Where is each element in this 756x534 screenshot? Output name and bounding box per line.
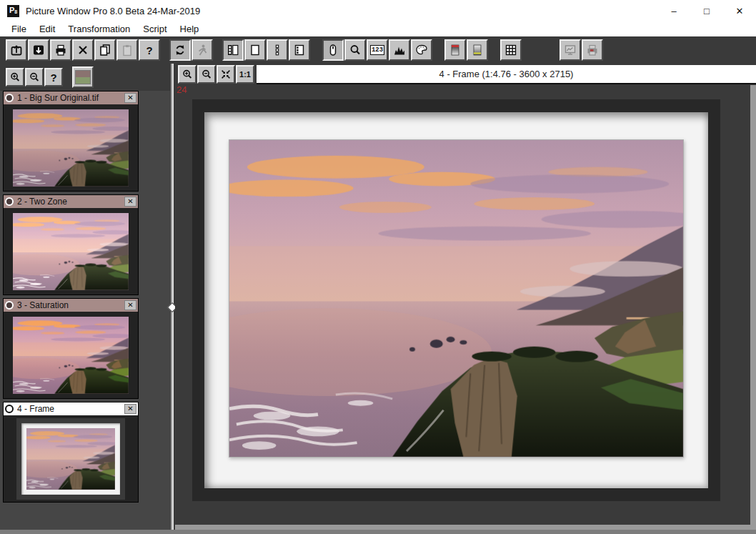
open-button[interactable] xyxy=(6,39,27,61)
grid-button[interactable] xyxy=(500,39,522,61)
thumbnail-close-button-1[interactable]: ✕ xyxy=(124,93,136,103)
copy-button[interactable] xyxy=(94,39,116,61)
sidebar-zoom-in-button[interactable] xyxy=(6,68,24,86)
filmstrip-view-icon xyxy=(226,43,240,57)
thumbnail-title-4: 4 - Frame xyxy=(14,404,124,414)
color-swatch-icon xyxy=(75,70,91,84)
save-button[interactable] xyxy=(28,39,49,61)
refresh-icon xyxy=(173,43,187,57)
thumbnail-window-3[interactable]: 3 - Saturation ✕ xyxy=(3,298,139,399)
mouse-readout-button[interactable] xyxy=(322,39,344,61)
window-title: Picture Window Pro 8.0 Beta 24-Mar-2019 xyxy=(26,6,200,16)
view-zoom-in-button[interactable] xyxy=(178,65,197,84)
refresh-button[interactable] xyxy=(169,39,191,61)
view-zoom-out-button[interactable] xyxy=(197,65,216,84)
thumbnail-title-1: 1 - Big Sur Original.tif xyxy=(14,93,124,103)
thumbnail-image-1[interactable] xyxy=(13,109,129,187)
close-image-icon xyxy=(76,43,90,57)
numeric-readout-button[interactable]: 123 xyxy=(367,39,388,61)
run-script-button[interactable] xyxy=(192,39,213,61)
minimize-button[interactable]: – xyxy=(657,0,690,21)
app-icon: P8 xyxy=(7,5,19,17)
zoom-in-icon xyxy=(9,71,21,84)
picture-mat xyxy=(204,112,708,488)
filmstrip-view-button[interactable] xyxy=(222,39,244,61)
thumbnail-window-1[interactable]: 1 - Big Sur Original.tif ✕ xyxy=(3,91,139,192)
gradient-black-point-button[interactable] xyxy=(444,39,466,61)
thumbnail-sidebar: ? 1 - Big Sur Original.tif ✕ 2 - Two Zon… xyxy=(0,64,170,530)
gradient-white-point-button[interactable] xyxy=(467,39,488,61)
help-button[interactable]: ? xyxy=(139,39,160,61)
grid-icon xyxy=(504,43,518,57)
title-bar: P8 Picture Window Pro 8.0 Beta 24-Mar-20… xyxy=(0,0,756,21)
thumbnail-window-4[interactable]: 4 - Frame ✕ xyxy=(3,402,139,503)
close-button[interactable]: ✕ xyxy=(723,0,756,21)
picture-frame xyxy=(192,99,720,501)
menu-script[interactable]: Script xyxy=(136,24,173,34)
color-picker-button[interactable] xyxy=(411,39,432,61)
open-icon xyxy=(9,43,24,57)
menu-bar: File Edit Transformation Script Help xyxy=(0,21,756,36)
thumbnail-header-3[interactable]: 3 - Saturation ✕ xyxy=(4,299,138,312)
thumbnail-mat-4 xyxy=(21,423,120,495)
main-toolbar: ? 123 xyxy=(0,36,756,64)
thumbnail-close-button-3[interactable]: ✕ xyxy=(124,300,136,310)
pane-splitter[interactable] xyxy=(170,64,175,530)
radio-icon[interactable] xyxy=(5,405,14,413)
fit-to-window-button[interactable] xyxy=(217,65,235,84)
thumbnail-image-2[interactable] xyxy=(13,213,129,290)
fit-to-window-icon xyxy=(219,68,232,81)
sidebar-help-button[interactable]: ? xyxy=(44,68,63,86)
thumbnail-header-2[interactable]: 2 - Two Zone ✕ xyxy=(4,195,138,208)
paste-button[interactable] xyxy=(116,39,138,61)
image-canvas[interactable]: 24 xyxy=(175,85,756,530)
sidebar-toolbar: ? xyxy=(0,64,170,91)
monitor-curve-button[interactable] xyxy=(559,39,581,61)
histogram-button[interactable] xyxy=(389,39,410,61)
zoom-tool-button[interactable] xyxy=(344,39,366,61)
menu-edit[interactable]: Edit xyxy=(33,24,61,34)
current-color-button[interactable] xyxy=(72,66,94,88)
actual-size-button[interactable]: 1:1 xyxy=(236,65,254,84)
actual-size-icon: 1:1 xyxy=(239,70,251,79)
numeric-readout-icon: 123 xyxy=(370,45,384,55)
color-picker-icon xyxy=(414,43,429,57)
menu-file[interactable]: File xyxy=(5,24,33,34)
color-print-button[interactable] xyxy=(582,39,603,61)
maximize-button[interactable]: □ xyxy=(690,0,723,21)
copy-icon xyxy=(98,43,112,57)
thumbnail-frame-4[interactable] xyxy=(16,418,125,500)
sidebar-zoom-out-button[interactable] xyxy=(25,68,44,86)
view-title: 4 - Frame (1:4.76 - 3600 x 2715) xyxy=(439,69,574,79)
thumbnail-header-4[interactable]: 4 - Frame ✕ xyxy=(4,402,138,415)
menu-help[interactable]: Help xyxy=(174,24,206,34)
radio-icon[interactable] xyxy=(5,197,14,206)
color-print-icon xyxy=(585,43,600,57)
small-thumbnails-button[interactable] xyxy=(267,39,288,61)
print-button[interactable] xyxy=(50,39,71,61)
histogram-icon xyxy=(392,43,407,57)
thumbnail-header-1[interactable]: 1 - Big Sur Original.tif ✕ xyxy=(4,92,138,104)
thumbnail-window-2[interactable]: 2 - Two Zone ✕ xyxy=(3,194,139,295)
mouse-readout-icon xyxy=(326,43,340,57)
thumbnail-title-3: 3 - Saturation xyxy=(14,300,124,310)
help-icon: ? xyxy=(146,45,152,56)
image-view-icon xyxy=(248,43,262,57)
thumbnail-close-button-4[interactable]: ✕ xyxy=(124,404,136,414)
run-script-icon xyxy=(195,43,209,57)
big-sur-photo xyxy=(229,140,683,457)
window-bottom-border xyxy=(0,530,756,534)
zoom-in-icon xyxy=(181,68,194,81)
thumbnail-image-3[interactable] xyxy=(13,317,129,394)
image-view-button[interactable] xyxy=(244,39,266,61)
radio-icon[interactable] xyxy=(5,94,14,102)
radio-icon[interactable] xyxy=(5,301,14,310)
app-icon-sub: 8 xyxy=(14,5,17,19)
monitor-curve-icon xyxy=(563,43,577,57)
thumbnail-close-button-2[interactable]: ✕ xyxy=(124,197,136,207)
zoom-out-icon xyxy=(200,68,213,81)
browser-view-button[interactable] xyxy=(289,39,310,61)
gradient-black-point-icon xyxy=(448,43,462,57)
menu-transformation[interactable]: Transformation xyxy=(61,24,136,34)
close-image-button[interactable] xyxy=(72,39,94,61)
